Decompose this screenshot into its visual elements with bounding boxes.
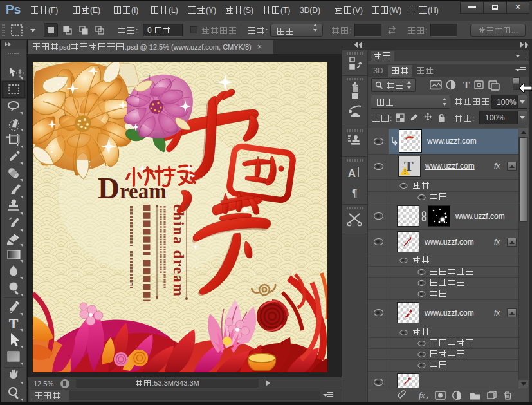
svg-text:ream: ream xyxy=(120,180,167,203)
svg-text:¶: ¶ xyxy=(352,187,358,198)
svg-text:A: A xyxy=(348,167,356,180)
svg-text:D: D xyxy=(98,171,120,205)
svg-text:T: T xyxy=(9,316,19,332)
svg-text:china dream: china dream xyxy=(170,204,187,297)
svg-text:fx: fx xyxy=(419,390,425,400)
svg-text:!: ! xyxy=(404,168,406,175)
svg-text:T: T xyxy=(463,80,470,90)
